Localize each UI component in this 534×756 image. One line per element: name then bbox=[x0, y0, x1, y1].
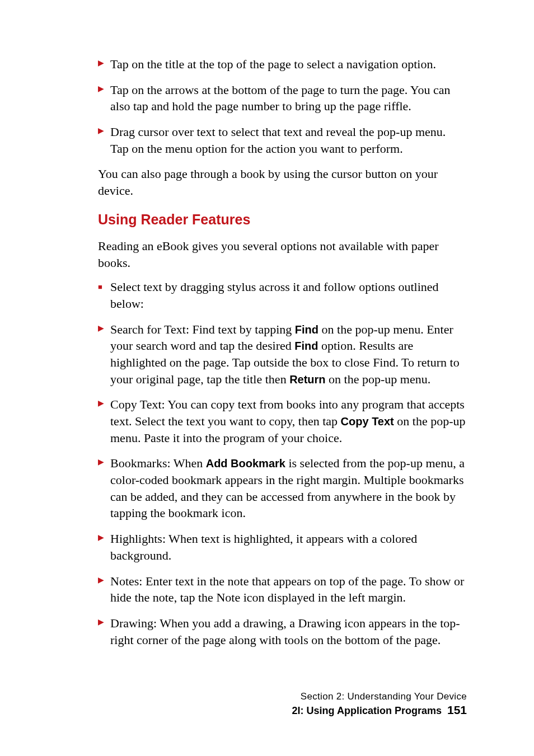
bold-term: Find bbox=[294, 340, 318, 352]
triangle-icon: ▶ bbox=[98, 533, 104, 543]
bullet-text: Drag cursor over text to select that tex… bbox=[110, 125, 446, 156]
bullet-text: Notes: Enter text in the note that appea… bbox=[110, 574, 464, 605]
page-number: 151 bbox=[447, 703, 467, 716]
list-item: ▶ Drawing: When you add a drawing, a Dra… bbox=[98, 615, 467, 648]
footer-chapter-label: 2I: Using Application Programs151 bbox=[292, 703, 467, 717]
list-item: ■ Select text by dragging stylus across … bbox=[98, 279, 467, 312]
bullet-text: Tap on the title at the top of the page … bbox=[110, 57, 436, 71]
text-fragment: Search for Text: Find text by tapping bbox=[110, 322, 295, 336]
list-item: ▶ Highlights: When text is highlighted, … bbox=[98, 530, 467, 564]
page-footer: Section 2: Understanding Your Device 2I:… bbox=[292, 691, 467, 717]
triangle-icon: ▶ bbox=[98, 84, 104, 95]
section-heading: Using Reader Features bbox=[98, 212, 467, 228]
bullet-text: Search for Text: Find text by tapping Fi… bbox=[110, 322, 460, 386]
triangle-icon: ▶ bbox=[98, 323, 104, 334]
bold-term: Add Bookmark bbox=[206, 457, 285, 469]
bullet-text: Highlights: When text is highlighted, it… bbox=[110, 532, 417, 562]
list-item: ▶ Bookmarks: When Add Bookmark is select… bbox=[98, 455, 467, 522]
paragraph: Reading an eBook gives you several optio… bbox=[98, 238, 467, 271]
page-content: ▶ Tap on the title at the top of the pag… bbox=[0, 0, 534, 691]
bold-term: Return bbox=[289, 373, 325, 386]
list-item: ▶ Notes: Enter text in the note that app… bbox=[98, 573, 467, 606]
triangle-icon: ▶ bbox=[98, 58, 104, 69]
list-item: ▶ Drag cursor over text to select that t… bbox=[98, 124, 467, 157]
bullet-text: Copy Text: You can copy text from books … bbox=[110, 397, 465, 444]
bullet-text: Tap on the arrows at the bottom of the p… bbox=[110, 83, 451, 114]
triangle-icon: ▶ bbox=[98, 398, 104, 409]
list-item: ▶ Tap on the arrows at the bottom of the… bbox=[98, 82, 467, 115]
list-item: ▶ Tap on the title at the top of the pag… bbox=[98, 56, 467, 73]
triangle-icon: ▶ bbox=[98, 617, 104, 628]
text-fragment: on the pop-up menu. bbox=[326, 372, 431, 386]
triangle-icon: ▶ bbox=[98, 575, 104, 586]
triangle-icon: ▶ bbox=[98, 457, 104, 468]
footer-title: 2I: Using Application Programs bbox=[292, 705, 442, 716]
list-item: ▶ Search for Text: Find text by tapping … bbox=[98, 321, 467, 388]
text-fragment: Bookmarks: When bbox=[110, 456, 206, 470]
footer-section-label: Section 2: Understanding Your Device bbox=[292, 691, 467, 702]
list-item: ▶ Copy Text: You can copy text from book… bbox=[98, 396, 467, 446]
square-icon: ■ bbox=[98, 282, 102, 292]
paragraph: You can also page through a book by usin… bbox=[98, 166, 467, 199]
bullet-text: Select text by dragging stylus across it… bbox=[110, 280, 439, 311]
triangle-icon: ▶ bbox=[98, 126, 104, 137]
bullet-text: Bookmarks: When Add Bookmark is selected… bbox=[110, 456, 465, 520]
bold-term: Find bbox=[295, 323, 318, 336]
bullet-text: Drawing: When you add a drawing, a Drawi… bbox=[110, 616, 460, 647]
bold-term: Copy Text bbox=[341, 415, 394, 428]
